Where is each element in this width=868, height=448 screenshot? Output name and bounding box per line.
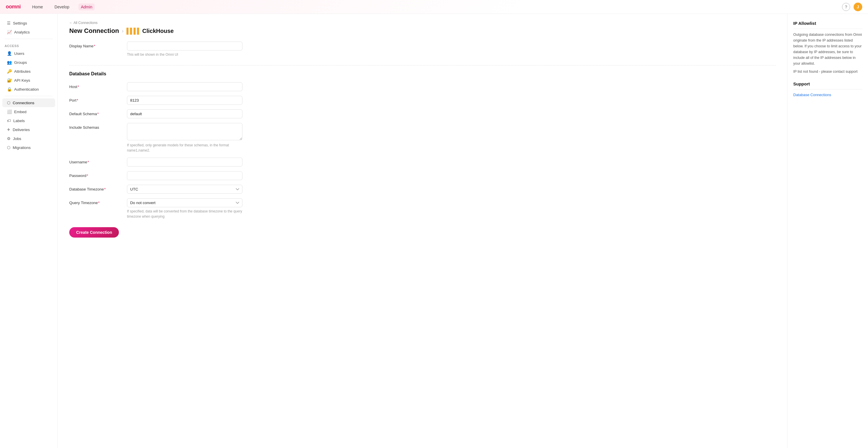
display-name-section: Display Name* This will be shown in the … — [69, 41, 776, 57]
password-input[interactable] — [127, 171, 242, 180]
sidebar-item-deliveries[interactable]: ✈ Deliveries — [2, 125, 55, 134]
connector-logo: ▌▌▌▌ ClickHouse — [126, 28, 174, 34]
query-timezone-hint: If specified, data will be converted fro… — [127, 209, 242, 219]
support-title: Support — [793, 81, 862, 89]
sidebar-divider — [5, 39, 53, 39]
default-schema-control — [127, 110, 242, 118]
migrations-icon: ⬡ — [7, 145, 10, 150]
access-section-label: ACCESS — [0, 41, 57, 49]
include-schemas-row: Include Schemas If specified, only gener… — [69, 123, 776, 153]
nav-home[interactable]: Home — [30, 3, 45, 10]
db-details-section: Database Details Host* Port* — [69, 71, 776, 219]
default-schema-row: Default Schema* — [69, 110, 776, 118]
nav-admin[interactable]: Admin — [79, 3, 95, 10]
topnav-links: Home Develop Admin — [30, 3, 95, 10]
include-schemas-control: If specified, only generate models for t… — [127, 123, 242, 153]
connections-icon: ⬡ — [7, 100, 10, 105]
submit-section: Create Connection — [69, 227, 776, 238]
host-row: Host* — [69, 82, 776, 91]
display-name-input[interactable] — [127, 41, 242, 51]
display-name-control: This will be shown in the Omni UI — [127, 41, 242, 57]
sidebar-item-authentication[interactable]: 🔒 Authentication — [2, 85, 55, 93]
sidebar-item-embed[interactable]: ⬜ Embed — [2, 108, 55, 116]
ip-not-found: IP list not found - please contact suppo… — [793, 69, 862, 74]
main-content: ← All Connections New Connection › ▌▌▌▌ … — [58, 14, 787, 448]
host-input[interactable] — [127, 82, 242, 91]
sidebar-item-users[interactable]: 👤 Users — [2, 49, 55, 58]
ip-allowlist-title: IP Allowlist — [793, 21, 862, 29]
attributes-icon: 🔑 — [7, 69, 12, 73]
database-connections-link[interactable]: Database Connections — [793, 93, 831, 97]
sidebar-item-jobs[interactable]: ⚙ Jobs — [2, 134, 55, 143]
create-connection-button[interactable]: Create Connection — [69, 227, 119, 238]
password-row: Password* — [69, 171, 776, 180]
sidebar-divider-2 — [5, 96, 53, 96]
right-panel: IP Allowlist Outgoing database connectio… — [787, 14, 868, 448]
authentication-icon: 🔒 — [7, 87, 12, 91]
sidebar-item-groups[interactable]: 👥 Groups — [2, 58, 55, 67]
sidebar-item-labels[interactable]: 🏷 Labels — [2, 116, 55, 125]
settings-icon: ☰ — [7, 21, 11, 25]
username-label: Username* — [69, 158, 121, 164]
display-name-label: Display Name* — [69, 41, 121, 48]
ip-allowlist-section: IP Allowlist Outgoing database connectio… — [793, 21, 862, 74]
db-timezone-row: Database Timezone* UTC America/New_York … — [69, 185, 776, 194]
port-input[interactable] — [127, 96, 242, 105]
query-timezone-label: Query Timezone* — [69, 198, 121, 205]
password-control — [127, 171, 242, 180]
username-input[interactable] — [127, 158, 242, 167]
connector-name: ClickHouse — [142, 28, 174, 34]
chevron-right-icon: › — [122, 28, 124, 34]
breadcrumb: ← All Connections — [69, 21, 776, 25]
api-keys-icon: 🔐 — [7, 78, 12, 83]
topnav: oomni Home Develop Admin ? J — [0, 0, 868, 14]
host-label: Host* — [69, 82, 121, 89]
analytics-icon: 📈 — [7, 30, 12, 34]
sidebar-item-analytics[interactable]: 📈 Analytics — [2, 28, 55, 36]
nav-develop[interactable]: Develop — [52, 3, 71, 10]
jobs-icon: ⚙ — [7, 136, 11, 141]
sidebar-item-connections[interactable]: ⬡ Connections — [2, 98, 55, 107]
include-schemas-input[interactable] — [127, 123, 242, 140]
query-timezone-select[interactable]: Do not convert UTC America/New_York Amer… — [127, 198, 242, 207]
default-schema-label: Default Schema* — [69, 110, 121, 116]
sidebar-item-migrations[interactable]: ⬡ Migrations — [2, 143, 55, 152]
username-row: Username* — [69, 158, 776, 167]
username-control — [127, 158, 242, 167]
port-label: Port* — [69, 96, 121, 102]
page-title: New Connection — [69, 27, 119, 35]
display-name-row: Display Name* This will be shown in the … — [69, 41, 776, 57]
include-schemas-hint: If specified, only generate models for t… — [127, 143, 242, 153]
labels-icon: 🏷 — [7, 118, 11, 123]
groups-icon: 👥 — [7, 60, 12, 65]
db-timezone-label: Database Timezone* — [69, 185, 121, 191]
host-control — [127, 82, 242, 91]
clickhouse-icon: ▌▌▌▌ — [126, 28, 141, 34]
logo: oomni — [6, 4, 21, 10]
db-timezone-control: UTC America/New_York America/Los_Angeles… — [127, 185, 242, 194]
sidebar: ☰ Settings 📈 Analytics ACCESS 👤 Users 👥 … — [0, 14, 58, 448]
support-section: Support Database Connections — [793, 81, 862, 97]
breadcrumb-back[interactable]: ← All Connections — [69, 21, 97, 25]
avatar[interactable]: J — [854, 3, 862, 11]
db-timezone-select[interactable]: UTC America/New_York America/Los_Angeles… — [127, 185, 242, 194]
db-details-title: Database Details — [69, 71, 776, 77]
embed-icon: ⬜ — [7, 110, 12, 114]
sidebar-item-attributes[interactable]: 🔑 Attributes — [2, 67, 55, 76]
default-schema-input[interactable] — [127, 110, 242, 118]
port-row: Port* — [69, 96, 776, 105]
page-header: New Connection › ▌▌▌▌ ClickHouse — [69, 27, 776, 35]
ip-allowlist-text: Outgoing database connections from Omni … — [793, 32, 862, 66]
sidebar-item-settings[interactable]: ☰ Settings — [2, 19, 55, 27]
topnav-right: ? J — [842, 3, 862, 11]
query-timezone-row: Query Timezone* Do not convert UTC Ameri… — [69, 198, 776, 219]
password-label: Password* — [69, 171, 121, 178]
display-name-hint: This will be shown in the Omni UI — [127, 52, 242, 57]
port-control — [127, 96, 242, 105]
users-icon: 👤 — [7, 51, 12, 56]
sidebar-item-api-keys[interactable]: 🔐 API Keys — [2, 76, 55, 85]
deliveries-icon: ✈ — [7, 127, 10, 132]
include-schemas-label: Include Schemas — [69, 123, 121, 129]
help-button[interactable]: ? — [842, 3, 850, 11]
query-timezone-control: Do not convert UTC America/New_York Amer… — [127, 198, 242, 219]
